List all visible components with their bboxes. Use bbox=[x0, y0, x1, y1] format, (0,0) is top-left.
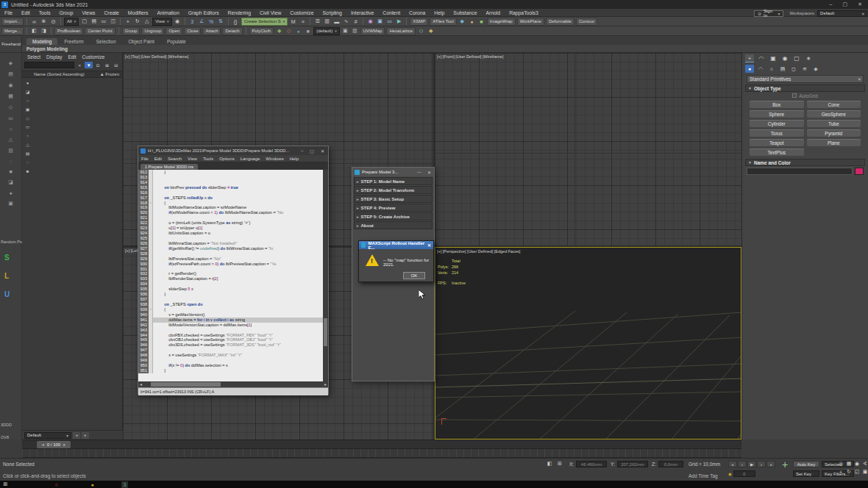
left-tool-icon-1[interactable]: ◈ bbox=[9, 60, 13, 66]
workspace-dropdown[interactable]: Default ▾ bbox=[817, 10, 867, 17]
editor-menu-item[interactable]: Options bbox=[216, 157, 238, 161]
select-and-rotate-icon[interactable]: ↻ bbox=[133, 18, 141, 26]
named-selection-sets-icon[interactable]: {} bbox=[232, 18, 240, 26]
category-cameras-icon[interactable]: ▤ bbox=[778, 65, 787, 73]
viewport-top-label[interactable]: [+] [Top] [User Defined] [Wireframe] bbox=[125, 54, 188, 59]
explorer-menu-item[interactable]: Select bbox=[25, 54, 43, 60]
viewport-perspective-label[interactable]: [+] [Perspective] [User Defined] [Edged … bbox=[437, 249, 520, 254]
menu-item[interactable]: Content bbox=[378, 10, 405, 15]
render-production-icon[interactable]: ▶ bbox=[395, 18, 403, 26]
sign-in-button[interactable]: ⊙ Sign In ▾ bbox=[754, 10, 783, 17]
code-line[interactable]: 915 on btnPrev pressed do sliderStep 4 t… bbox=[138, 185, 328, 190]
code-line[interactable]: 928 bbox=[138, 251, 328, 256]
code-line[interactable]: 936 ) bbox=[138, 292, 328, 297]
polycloth-button[interactable]: PolyCloth bbox=[249, 27, 274, 35]
menu-item[interactable]: Substance bbox=[449, 10, 481, 15]
code-line[interactable]: 930 if(szPreviewPath.count > 0) do lblPr… bbox=[138, 262, 328, 267]
code-line[interactable]: 921 bbox=[138, 215, 328, 220]
primitive-button[interactable]: Teapot bbox=[750, 139, 804, 146]
primitive-button[interactable]: Sphere bbox=[750, 110, 804, 118]
explorer-helpers-icon[interactable]: ○ bbox=[24, 132, 32, 139]
freehand-button[interactable]: Freehand bbox=[0, 36, 22, 53]
tab-motion-icon[interactable]: ◉ bbox=[780, 54, 789, 62]
editor-menu-item[interactable]: Edit bbox=[152, 157, 165, 161]
app-icon[interactable]: ● bbox=[89, 481, 96, 488]
selection-lock-icon[interactable]: ◧ bbox=[547, 461, 552, 467]
plugin-icon-11[interactable]: ◆ bbox=[427, 27, 435, 35]
proboolean-button[interactable]: ProBoolean bbox=[54, 27, 83, 35]
object-color-swatch[interactable] bbox=[855, 168, 864, 175]
add-key-icon[interactable]: + bbox=[782, 459, 788, 470]
random-pro-button[interactable]: Random Pro bbox=[1, 240, 24, 244]
primitive-button[interactable]: Cylinder bbox=[750, 120, 804, 127]
menu-item[interactable]: RappaTools3 bbox=[505, 10, 543, 15]
category-space-warps-icon[interactable]: ≋ bbox=[800, 65, 809, 73]
xsmp-button[interactable]: XSMP bbox=[410, 18, 428, 26]
primitive-button[interactable]: TextPlus bbox=[750, 148, 804, 156]
primitive-button[interactable]: Cone bbox=[807, 101, 861, 108]
code-line[interactable]: 939▫ ( bbox=[138, 307, 328, 312]
close-button[interactable]: Close bbox=[184, 27, 201, 35]
maximize-viewport-icon[interactable]: ▣ bbox=[861, 468, 868, 476]
explorer-layers-icon[interactable]: ◪ bbox=[24, 88, 32, 95]
key-mode-icon[interactable]: ◆ bbox=[728, 471, 732, 476]
clear-search-icon[interactable]: × bbox=[76, 62, 83, 68]
maximize-button[interactable]: ▢ bbox=[843, 1, 848, 7]
code-line[interactable]: 951 ) bbox=[138, 368, 328, 373]
category-helpers-icon[interactable]: ◻ bbox=[789, 65, 798, 73]
plugin-icon-7[interactable]: ■ bbox=[304, 27, 312, 35]
zoom-all-icon[interactable]: ▦ bbox=[845, 460, 853, 467]
tab-hierarchy-icon[interactable]: ▣ bbox=[769, 54, 778, 62]
window-crossing-icon[interactable]: ◫ bbox=[109, 18, 117, 26]
error-dialog-titlebar[interactable]: MAXScript Rollout Handler E... ✕ bbox=[359, 241, 433, 249]
imagewrap-button[interactable]: ImageWrap bbox=[487, 18, 516, 26]
editor-titlebar[interactable]: H:\_PLUGINS\3DsMax 2021\Prepare Model 3D… bbox=[138, 146, 328, 155]
menu-item[interactable]: Arnold bbox=[481, 10, 505, 15]
z-coordinate-field[interactable]: 0,0mm bbox=[658, 461, 683, 467]
code-line[interactable]: 934 bbox=[138, 281, 328, 287]
minimize-button[interactable]: – bbox=[301, 148, 303, 154]
import-button[interactable]: Import... bbox=[1, 18, 24, 26]
code-line[interactable]: 922 u = (trimLeft (units.SystemType as s… bbox=[138, 220, 328, 226]
3dsmax-taskbar-icon[interactable]: 3 bbox=[121, 481, 128, 488]
toggle-ribbon-icon[interactable]: ▬ bbox=[332, 18, 341, 26]
code-line[interactable]: 931 bbox=[138, 267, 328, 272]
code-line[interactable]: 937 bbox=[138, 297, 328, 302]
code-area[interactable]: 912 )913914915 on btnPrev pressed do sli… bbox=[138, 170, 328, 381]
code-line[interactable]: 912 ) bbox=[138, 170, 328, 175]
add-container-icon[interactable]: ⊞ bbox=[103, 62, 110, 68]
rollout-header[interactable]: ▸STEP 3: Basic Setup bbox=[354, 195, 433, 203]
orbit-icon[interactable]: ↻ bbox=[845, 468, 853, 476]
explorer-lights-icon[interactable]: ☼ bbox=[24, 97, 32, 104]
explorer-bones-icon[interactable]: ◌ bbox=[24, 159, 32, 165]
menu-item[interactable]: Create bbox=[99, 10, 123, 15]
plugin-u-icon[interactable]: U bbox=[4, 290, 10, 298]
plugin-l-icon[interactable]: L bbox=[4, 272, 9, 280]
group-button[interactable]: Group bbox=[122, 27, 140, 35]
explorer-containers-icon[interactable]: ■ bbox=[24, 168, 32, 174]
opera-icon[interactable]: ○ bbox=[53, 481, 60, 488]
editor-menu-item[interactable]: Tools bbox=[200, 157, 216, 161]
left-tool-icon-6[interactable]: ▭ bbox=[8, 115, 13, 121]
column-frozen[interactable]: ▲ Frozen bbox=[100, 72, 119, 76]
render-setup-icon[interactable]: ▣ bbox=[376, 18, 384, 26]
plugin-icon-3[interactable]: ■ bbox=[477, 18, 485, 26]
detach-button[interactable]: Detach bbox=[222, 27, 242, 35]
code-line[interactable]: 942 lblModelVersionStat.caption = ddlMax… bbox=[138, 323, 328, 328]
plugin-icon-10[interactable]: ◇ bbox=[417, 27, 425, 35]
filter-icon[interactable]: ▼ bbox=[85, 62, 92, 68]
zoom-extents-icon[interactable]: ◉ bbox=[853, 460, 861, 467]
scrollbar-thumb[interactable] bbox=[324, 318, 327, 346]
mirror-icon[interactable]: M bbox=[289, 18, 297, 26]
unlink-selection-icon[interactable]: ⊗ bbox=[40, 18, 48, 26]
code-line[interactable]: 950 if(x != 0) do ddlMax.selection = x bbox=[138, 363, 328, 368]
explorer-cameras-icon[interactable]: ▭ bbox=[24, 123, 32, 130]
pan-icon[interactable]: + bbox=[837, 468, 844, 476]
explorer-warps-icon[interactable]: △ bbox=[24, 141, 32, 148]
editor-menu-item[interactable]: Search bbox=[165, 157, 185, 161]
snaps-toggle-icon[interactable]: ◨ bbox=[40, 27, 48, 35]
time-slider[interactable]: ◄ 0 / 100 ► bbox=[37, 441, 71, 448]
menu-item[interactable]: Customize bbox=[285, 10, 318, 15]
auto-key-button[interactable]: Auto Key bbox=[793, 461, 819, 467]
left-tool-icon-8[interactable]: △ bbox=[9, 137, 13, 143]
